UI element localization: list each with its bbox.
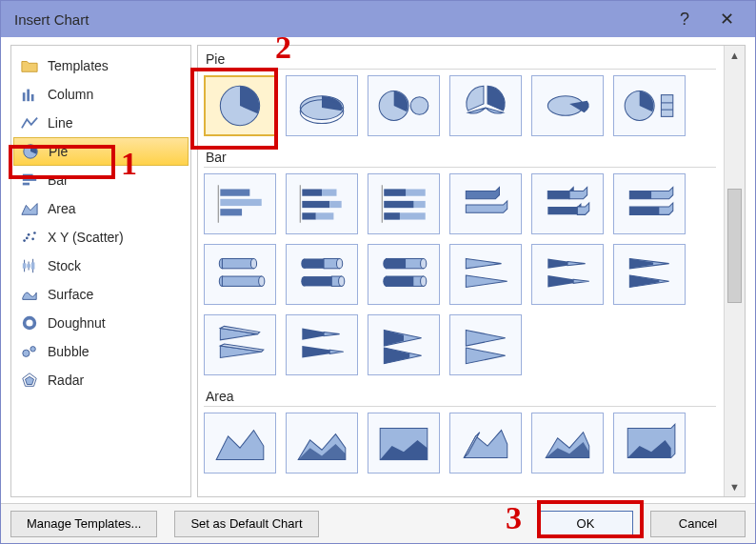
svg-rect-39 — [302, 190, 322, 196]
chart-tile-bar-pyr-clustered[interactable] — [204, 314, 276, 375]
chart-tile-bar-pyr-a[interactable] — [368, 314, 440, 375]
chart-tile-area-3d[interactable] — [449, 413, 522, 473]
chart-tile-bar-pyr-stacked-a[interactable] — [286, 314, 358, 375]
sidebar-item-bubble[interactable]: Bubble — [13, 337, 189, 366]
svg-rect-2 — [31, 94, 34, 101]
chart-tile-bar-cyl-stacked-a[interactable] — [286, 244, 358, 305]
chart-tile-bar-3d-stacked100[interactable] — [613, 173, 686, 234]
svg-rect-47 — [384, 190, 406, 196]
sidebar-item-label: Column — [48, 87, 93, 102]
svg-point-73 — [421, 276, 427, 286]
svg-point-28 — [410, 97, 428, 115]
sidebar-item-scatter[interactable]: X Y (Scatter) — [13, 223, 189, 252]
sidebar-item-pie[interactable]: Pie — [13, 137, 189, 166]
svg-point-54 — [250, 258, 256, 268]
scroll-up-icon[interactable]: ▲ — [725, 46, 745, 65]
bubble-icon — [21, 343, 38, 360]
chart-tile-area-stacked100[interactable] — [368, 413, 440, 473]
svg-point-69 — [421, 258, 427, 268]
chart-tile-bar-cyl-clustered[interactable] — [204, 244, 276, 305]
sidebar-item-label: Surface — [48, 287, 93, 302]
scrollbar[interactable]: ▲ ▼ — [724, 46, 745, 496]
svg-rect-72 — [386, 276, 413, 286]
ok-button[interactable]: OK — [538, 511, 633, 537]
chart-tile-pie-exploded[interactable] — [449, 75, 522, 136]
svg-rect-41 — [302, 201, 329, 208]
chart-tile-bar-clustered[interactable] — [204, 173, 276, 234]
svg-rect-5 — [23, 178, 36, 181]
chart-tile-pie-3d[interactable] — [286, 75, 358, 136]
sidebar-item-surface[interactable]: Surface — [13, 280, 189, 309]
svg-point-20 — [23, 350, 30, 356]
chart-tile-bar-pyr-b[interactable] — [449, 314, 522, 375]
area-icon — [21, 200, 38, 217]
chart-tile-bar-cone-stacked-b[interactable] — [613, 244, 686, 305]
svg-rect-31 — [661, 95, 672, 117]
svg-rect-59 — [304, 258, 324, 268]
chart-tile-area-3d-stacked[interactable] — [531, 413, 604, 473]
bar-icon — [21, 171, 38, 189]
chart-tile-bar-cone-stacked-a[interactable] — [531, 244, 604, 305]
sidebar-item-label: Stock — [48, 258, 81, 273]
chart-tile-pie-of-pie[interactable] — [368, 75, 440, 136]
sidebar-item-label: X Y (Scatter) — [48, 230, 124, 245]
svg-rect-17 — [31, 262, 35, 269]
sidebar-item-stock[interactable]: Stock — [13, 252, 189, 280]
chart-tile-pie-2d[interactable] — [204, 75, 276, 136]
chart-tile-bar-stacked100[interactable] — [368, 173, 440, 234]
line-icon — [21, 114, 38, 131]
pie-icon — [22, 143, 39, 160]
sidebar-item-templates[interactable]: Templates — [13, 51, 189, 80]
manage-templates-button[interactable]: Manage Templates... — [10, 511, 157, 537]
chart-tile-bar-cyl-stacked-b[interactable] — [368, 244, 440, 305]
chart-tile-area-stacked[interactable] — [286, 413, 358, 473]
section-label-bar: Bar — [204, 146, 716, 168]
sidebar-item-column[interactable]: Column — [13, 80, 189, 109]
chart-tile-area-3d-stacked100[interactable] — [613, 413, 686, 473]
svg-rect-51 — [384, 212, 400, 219]
sidebar-item-label: Bar — [48, 172, 69, 188]
dialog-footer: Manage Templates... Set as Default Chart… — [1, 503, 755, 543]
svg-rect-40 — [322, 190, 337, 196]
svg-rect-49 — [384, 201, 413, 208]
chart-tile-bar-3d-clustered[interactable] — [449, 173, 522, 234]
sidebar-item-line[interactable]: Line — [13, 109, 189, 137]
sidebar-item-radar[interactable]: Radar — [13, 366, 189, 394]
svg-rect-68 — [386, 258, 406, 268]
sidebar-item-label: Doughnut — [48, 315, 106, 331]
sidebar-item-label: Templates — [48, 58, 109, 73]
chart-tile-pie-exploded-3d[interactable] — [531, 75, 604, 136]
svg-point-11 — [26, 237, 29, 240]
dialog-title: Insert Chart — [14, 11, 89, 28]
sidebar-item-label: Pie — [49, 144, 68, 159]
chart-tile-bar-cone-clustered[interactable] — [449, 244, 522, 305]
svg-point-8 — [28, 233, 30, 236]
chart-tile-bar-stacked[interactable] — [286, 173, 358, 234]
sidebar-item-label: Area — [48, 201, 76, 216]
sidebar-item-label: Radar — [48, 373, 84, 388]
sidebar-item-label: Line — [48, 115, 72, 131]
svg-point-61 — [337, 258, 343, 268]
cancel-button[interactable]: Cancel — [650, 511, 746, 537]
svg-marker-23 — [26, 376, 34, 384]
svg-point-57 — [259, 276, 265, 286]
close-button[interactable]: ✕ — [706, 1, 747, 37]
chart-tile-bar-3d-stacked[interactable] — [531, 173, 604, 234]
chart-type-sidebar: Templates Column Line Pie Bar Area — [10, 45, 191, 497]
svg-rect-4 — [23, 174, 33, 177]
scatter-icon — [21, 229, 38, 246]
scroll-down-icon[interactable]: ▼ — [725, 477, 745, 496]
sidebar-item-area[interactable]: Area — [13, 194, 189, 223]
svg-rect-1 — [27, 90, 30, 102]
scrollbar-thumb[interactable] — [727, 189, 742, 303]
set-as-default-chart-button[interactable]: Set as Default Chart — [174, 511, 318, 537]
help-button[interactable]: ? — [664, 1, 706, 37]
chart-tile-bar-of-pie[interactable] — [613, 75, 686, 136]
section-label-area: Area — [204, 385, 716, 407]
insert-chart-dialog: 1 2 3 Insert Chart ? ✕ Templates Column … — [0, 0, 756, 544]
svg-rect-16 — [27, 264, 30, 268]
sidebar-item-doughnut[interactable]: Doughnut — [13, 309, 189, 337]
sidebar-item-bar[interactable]: Bar — [13, 166, 189, 194]
chart-tile-area-2d[interactable] — [204, 413, 276, 473]
svg-point-21 — [30, 347, 35, 352]
